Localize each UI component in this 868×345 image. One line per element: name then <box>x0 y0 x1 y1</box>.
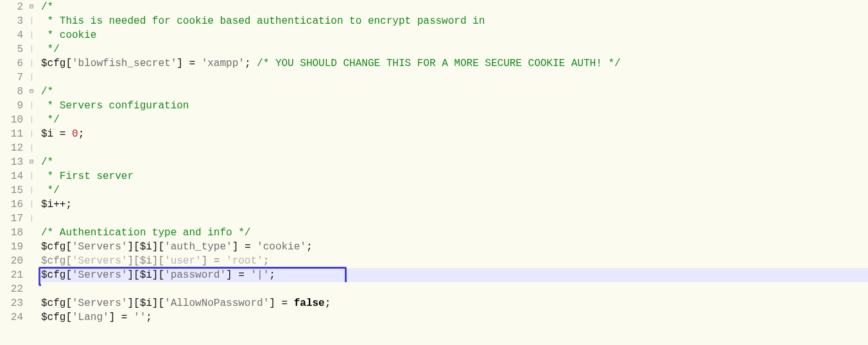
code-area[interactable]: /* * This is needed for cookie based aut… <box>36 0 868 324</box>
code-editor[interactable]: 23456789101112131415161718192021222324 ⊟… <box>0 0 868 324</box>
code-line[interactable]: $cfg['Lang'] = ''; <box>41 310 868 324</box>
code-token: /* Authentication type and info */ <box>41 227 250 239</box>
code-token: * This is needed for cookie based authen… <box>41 15 485 27</box>
line-number: 23 <box>0 296 23 310</box>
code-line[interactable]: */ <box>41 42 868 56</box>
code-line[interactable]: * Servers configuration <box>41 99 868 113</box>
line-number-gutter: 23456789101112131415161718192021222324 <box>0 0 27 324</box>
code-line[interactable] <box>41 141 868 155</box>
line-number: 6 <box>0 56 23 71</box>
code-token: /* <box>41 1 53 13</box>
code-line[interactable]: /* <box>41 155 868 169</box>
code-token: /* YOU SHOULD CHANGE THIS FOR A MORE SEC… <box>250 58 620 69</box>
code-line[interactable]: */ <box>41 113 868 127</box>
code-line[interactable]: $i = 0; <box>41 127 868 141</box>
code-token: false <box>294 298 325 309</box>
fold-guide-icon: │ <box>27 42 36 56</box>
code-token: ][ <box>152 298 164 309</box>
code-token: ][ <box>127 255 139 267</box>
code-token: * Servers configuration <box>41 100 189 112</box>
line-number: 20 <box>0 254 23 268</box>
code-line[interactable] <box>41 212 868 226</box>
line-number: 9 <box>0 99 23 113</box>
code-token: ; <box>306 241 313 253</box>
code-line[interactable]: */ <box>41 183 868 198</box>
code-token: ][ <box>152 241 164 253</box>
code-line[interactable]: * cookie <box>41 28 868 42</box>
overlay-mask <box>41 282 349 296</box>
line-number: 8 <box>0 85 23 99</box>
code-line[interactable]: * First server <box>41 169 868 183</box>
fold-guide-icon <box>27 268 36 282</box>
code-token: $cfg <box>41 298 65 309</box>
line-number: 16 <box>0 198 23 212</box>
code-token: 'AllowNoPassword' <box>164 298 269 309</box>
code-line[interactable]: /* <box>41 0 868 14</box>
fold-toggle-icon[interactable]: ⊟ <box>27 0 36 14</box>
line-number: 10 <box>0 113 23 127</box>
line-number: 4 <box>0 28 23 42</box>
fold-guide-icon <box>27 282 36 296</box>
code-token: ] = <box>232 241 257 253</box>
fold-toggle-icon[interactable]: ⊟ <box>27 155 36 169</box>
code-token: * cookie <box>41 29 96 41</box>
line-number: 22 <box>0 282 23 296</box>
code-token: */ <box>41 114 60 126</box>
line-number: 21 <box>0 268 23 282</box>
fold-guide-icon: │ <box>27 113 36 127</box>
code-token: 'blowfish_secret' <box>72 58 177 69</box>
code-token: ][ <box>127 241 139 253</box>
code-token: $i <box>140 255 152 267</box>
code-token: 'auth_type' <box>164 241 232 253</box>
code-line[interactable]: $cfg['Servers'][$i]['AllowNoPassword'] =… <box>41 296 868 310</box>
code-token: ][ <box>127 298 139 309</box>
code-token: [ <box>65 312 72 323</box>
code-line[interactable]: $cfg['Servers'][$i]['auth_type'] = 'cook… <box>41 240 868 254</box>
code-token: $cfg <box>41 241 65 253</box>
code-token: 'Lang' <box>72 312 109 323</box>
code-token: */ <box>41 185 60 196</box>
code-token: ] = <box>177 58 201 69</box>
fold-toggle-icon[interactable]: ⊟ <box>27 85 36 99</box>
code-token: $cfg <box>41 255 65 267</box>
fold-guide-icon: │ <box>27 71 36 85</box>
fold-guide-icon: │ <box>27 127 36 141</box>
fold-guide-icon: │ <box>27 56 36 71</box>
code-line[interactable]: /* Authentication type and info */ <box>41 226 868 240</box>
code-line[interactable]: $cfg['blowfish_secret'] = 'xampp'; /* YO… <box>41 56 868 71</box>
code-token: /* <box>41 156 53 168</box>
code-line[interactable]: $cfg['Servers'][$i]['password'] = '|'; <box>41 268 868 282</box>
code-line[interactable]: $cfg['Servers'][$i]['user'] = 'root'; <box>41 254 868 268</box>
code-line[interactable]: $cfg['Servers'][$i]['extension'] = 'mysq… <box>41 282 868 296</box>
line-number: 18 <box>0 226 23 240</box>
code-token: ] = <box>269 298 293 309</box>
line-number: 15 <box>0 183 23 198</box>
line-number: 11 <box>0 127 23 141</box>
line-number: 14 <box>0 169 23 183</box>
fold-guide-icon: │ <box>27 99 36 113</box>
code-token: [ <box>65 58 72 69</box>
code-token: ; <box>78 128 85 140</box>
fold-guide-icon: │ <box>27 183 36 198</box>
code-token: 'Servers' <box>72 255 127 267</box>
code-token: */ <box>41 44 60 55</box>
fold-guide-icon <box>27 310 36 324</box>
code-line[interactable]: $i++; <box>41 198 868 212</box>
fold-guide-icon: │ <box>27 28 36 42</box>
fold-gutter[interactable]: ⊟│││││⊟││││⊟││││ <box>27 0 36 324</box>
code-line[interactable] <box>41 71 868 85</box>
fold-guide-icon <box>27 296 36 310</box>
code-token: $cfg <box>41 58 65 69</box>
code-token: [ <box>65 255 72 267</box>
code-token: $i <box>41 128 53 140</box>
line-number: 2 <box>0 0 23 14</box>
code-line[interactable]: * This is needed for cookie based authen… <box>41 14 868 28</box>
fold-guide-icon: │ <box>27 141 36 155</box>
line-number: 24 <box>0 310 23 324</box>
code-token: '' <box>134 312 146 323</box>
code-token: [ <box>65 298 72 309</box>
line-number: 19 <box>0 240 23 254</box>
code-line[interactable]: /* <box>41 85 868 99</box>
fold-guide-icon <box>27 240 36 254</box>
code-token: = <box>53 128 72 140</box>
